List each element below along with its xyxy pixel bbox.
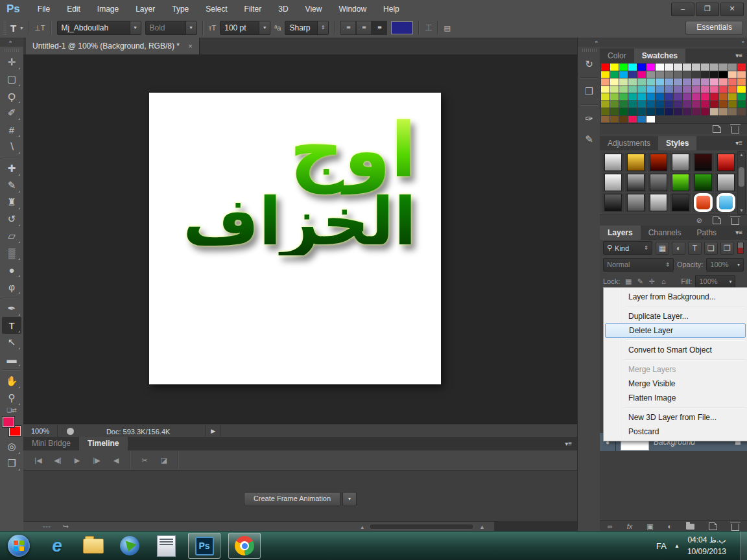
swatch[interactable] bbox=[728, 78, 737, 86]
swatch[interactable] bbox=[628, 71, 637, 78]
filter-smart-object-icon[interactable]: ❐ bbox=[720, 242, 734, 255]
audio-button[interactable]: ◀ bbox=[106, 456, 126, 465]
swatch[interactable] bbox=[637, 101, 646, 108]
swatch[interactable] bbox=[719, 78, 728, 86]
swatch[interactable] bbox=[619, 101, 628, 108]
swatch[interactable] bbox=[637, 71, 646, 78]
filter-adjustment-icon[interactable]: ◐ bbox=[672, 242, 685, 255]
swatch[interactable] bbox=[646, 86, 655, 93]
swatch[interactable] bbox=[710, 108, 718, 115]
swatch[interactable] bbox=[683, 108, 691, 115]
swatch[interactable] bbox=[656, 71, 664, 78]
play-button[interactable]: ▶ bbox=[67, 456, 87, 465]
context-item-layer-from-background[interactable]: Layer from Background... bbox=[604, 290, 746, 304]
swatch[interactable] bbox=[692, 108, 700, 115]
eyedropper-tool[interactable]: ∖ bbox=[2, 138, 21, 155]
internet-explorer-icon[interactable]: e bbox=[44, 533, 70, 558]
swatch[interactable] bbox=[737, 78, 746, 86]
style-cell[interactable] bbox=[693, 153, 714, 172]
frames-view-icon[interactable]: ▫▫▫ bbox=[43, 524, 51, 530]
filter-type-icon[interactable]: T bbox=[688, 242, 702, 255]
canvas-area[interactable]: اوج الخزاف bbox=[23, 54, 577, 425]
font-family-select[interactable]: Mj_Abdoullah▾ bbox=[57, 21, 141, 35]
delete-style-icon[interactable] bbox=[731, 218, 739, 225]
new-style-icon[interactable] bbox=[713, 216, 721, 224]
swatch[interactable] bbox=[692, 101, 700, 108]
convert-timeline-icon[interactable]: ↪ bbox=[63, 522, 69, 531]
scissors-button[interactable]: ✂ bbox=[135, 456, 154, 465]
align-left-button[interactable]: ≡ bbox=[340, 21, 356, 35]
history-brush-tool[interactable]: ↺ bbox=[2, 211, 21, 228]
swatch[interactable] bbox=[601, 64, 610, 71]
filter-shape-icon[interactable]: ❏ bbox=[704, 242, 718, 255]
chrome-taskbar-button[interactable] bbox=[228, 533, 261, 559]
timeline-zoom-slider[interactable] bbox=[369, 524, 474, 530]
tab-paths[interactable]: Paths bbox=[689, 226, 724, 240]
swatch[interactable] bbox=[710, 86, 718, 93]
properties-panel-icon[interactable]: ❒ bbox=[578, 81, 600, 102]
swatch[interactable] bbox=[683, 93, 691, 100]
pen-tool[interactable]: ✒ bbox=[2, 300, 21, 317]
panels-collapse-chevron[interactable]: » bbox=[600, 38, 747, 47]
swatch[interactable] bbox=[728, 71, 737, 78]
restore-button[interactable]: ❐ bbox=[696, 3, 719, 16]
swatch[interactable] bbox=[656, 101, 664, 108]
blend-mode-select[interactable]: Normal⇕ bbox=[603, 258, 674, 272]
swatch[interactable] bbox=[710, 93, 718, 100]
photoshop-taskbar-button[interactable]: Ps bbox=[188, 533, 220, 559]
fill-select[interactable]: 100%▾ bbox=[695, 275, 735, 288]
first-frame-button[interactable]: |◀ bbox=[29, 456, 48, 465]
swatch[interactable] bbox=[719, 86, 728, 93]
swatch[interactable] bbox=[692, 93, 700, 100]
swatch[interactable] bbox=[656, 86, 664, 93]
swatch[interactable] bbox=[665, 86, 673, 93]
swatch[interactable] bbox=[728, 86, 737, 93]
swatch[interactable] bbox=[674, 71, 682, 78]
swatch[interactable] bbox=[719, 71, 728, 78]
style-cell[interactable] bbox=[648, 153, 669, 172]
styles-menu-icon[interactable]: ▾≡ bbox=[735, 136, 747, 150]
swatch[interactable] bbox=[692, 64, 700, 71]
swatch[interactable] bbox=[628, 64, 637, 71]
rectangular-marquee-tool[interactable]: ▢ bbox=[2, 71, 21, 88]
swatch[interactable] bbox=[610, 108, 619, 115]
swatch[interactable] bbox=[701, 101, 709, 108]
swatch[interactable] bbox=[674, 78, 682, 86]
swatch[interactable] bbox=[665, 93, 673, 100]
history-panel-icon[interactable]: ↻ bbox=[578, 54, 600, 75]
swatch[interactable] bbox=[610, 78, 619, 86]
delete-layer-icon[interactable] bbox=[731, 524, 739, 531]
swatch[interactable] bbox=[619, 93, 628, 100]
close-button[interactable]: ✕ bbox=[720, 3, 744, 16]
swatch[interactable] bbox=[692, 86, 700, 93]
swatch[interactable] bbox=[610, 71, 619, 78]
swatch[interactable] bbox=[737, 86, 746, 93]
style-cell[interactable] bbox=[670, 153, 691, 172]
foreground-color[interactable] bbox=[3, 417, 14, 427]
context-item-flatten-image[interactable]: Flatten Image bbox=[604, 391, 746, 405]
lasso-tool[interactable]: Ϙ bbox=[2, 88, 21, 104]
swatch[interactable] bbox=[701, 86, 709, 93]
swatch[interactable] bbox=[646, 64, 655, 71]
swatch[interactable] bbox=[646, 116, 655, 123]
swatch[interactable] bbox=[701, 93, 709, 100]
anti-alias-select[interactable]: Sharp⇕ bbox=[285, 21, 329, 35]
swatch[interactable] bbox=[601, 116, 610, 123]
quick-selection-tool[interactable]: ✐ bbox=[2, 104, 21, 121]
swatch[interactable] bbox=[665, 64, 673, 71]
tab-adjustments[interactable]: Adjustments bbox=[600, 136, 658, 150]
swatch[interactable] bbox=[674, 108, 682, 115]
char-panel-icon[interactable]: ▤ bbox=[444, 24, 450, 32]
swatch[interactable] bbox=[619, 108, 628, 115]
swatch[interactable] bbox=[710, 78, 718, 86]
brush-panel-icon[interactable]: ✑ bbox=[578, 108, 600, 129]
workspace-button[interactable]: Essentials bbox=[685, 21, 743, 35]
swatch[interactable] bbox=[728, 64, 737, 71]
swatch[interactable] bbox=[610, 116, 619, 123]
swatch[interactable] bbox=[719, 101, 728, 108]
adjustment-layer-icon[interactable]: ◐ bbox=[668, 522, 672, 530]
move-tool[interactable]: ✛ bbox=[2, 54, 21, 71]
swatch[interactable] bbox=[710, 71, 718, 78]
lock-pixels-icon[interactable]: ✎ bbox=[635, 277, 645, 286]
eraser-tool[interactable]: ▱ bbox=[2, 228, 21, 244]
